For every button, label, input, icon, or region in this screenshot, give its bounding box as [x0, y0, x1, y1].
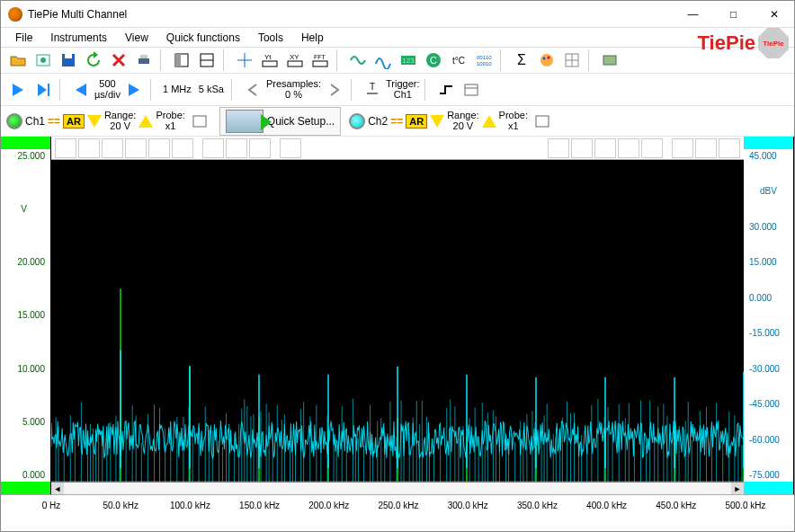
- delete-icon[interactable]: [107, 49, 130, 71]
- left-arrow-button[interactable]: [241, 79, 264, 101]
- zoom-out-icon[interactable]: -: [226, 138, 247, 158]
- play-once-button[interactable]: [31, 79, 55, 101]
- right-arrow-button[interactable]: [323, 79, 346, 101]
- table-icon[interactable]: [102, 138, 123, 158]
- maximize-button[interactable]: □: [713, 1, 754, 28]
- layout1-icon[interactable]: [170, 49, 193, 71]
- zoom-in-icon[interactable]: +: [202, 138, 224, 158]
- print-icon[interactable]: [132, 49, 156, 71]
- ch1-probe-display[interactable]: Probe: x1: [156, 111, 184, 131]
- trigger-time-button[interactable]: T: [361, 79, 384, 101]
- ch1-range-down[interactable]: [87, 115, 102, 128]
- menu-instruments[interactable]: Instruments: [41, 30, 116, 46]
- timebase-display[interactable]: 500 µs/div: [94, 79, 121, 100]
- time-cursor-icon[interactable]: Yt: [258, 49, 281, 71]
- x-tick: 450.0 kHz: [656, 501, 696, 510]
- temp-icon[interactable]: t°C: [447, 49, 470, 71]
- ch1-autorange[interactable]: AR: [63, 114, 85, 129]
- menu-file[interactable]: File: [6, 30, 41, 46]
- wave2-icon[interactable]: [641, 138, 663, 158]
- ch2-settings-button[interactable]: [531, 111, 554, 132]
- ch2-indicator[interactable]: [349, 113, 365, 129]
- ch2-range-up[interactable]: [482, 115, 496, 128]
- menu-help[interactable]: Help: [292, 30, 333, 46]
- minimize-button[interactable]: —: [673, 1, 713, 28]
- sample-rate-label[interactable]: 1 MHz: [160, 84, 194, 94]
- presamples-display[interactable]: Presamples: 0 %: [266, 79, 321, 100]
- ch1-indicator[interactable]: [6, 113, 22, 129]
- trigger-settings-button[interactable]: [460, 79, 483, 101]
- cursor-icon[interactable]: [233, 49, 256, 71]
- ch2-probe-display[interactable]: Probe: x1: [499, 111, 528, 131]
- plot-svg: [51, 160, 744, 482]
- zoom-11-icon[interactable]: 1:1: [249, 138, 271, 158]
- digit-1[interactable]: 1: [719, 138, 740, 158]
- color-c-icon[interactable]: C: [422, 49, 445, 71]
- wave-icon[interactable]: [618, 138, 639, 158]
- open-icon[interactable]: [6, 49, 30, 71]
- ch1-range-display[interactable]: Range: 20 V: [104, 111, 136, 131]
- save-icon[interactable]: [57, 49, 80, 71]
- markerB-icon[interactable]: [571, 138, 593, 158]
- samples-label[interactable]: 5 kSa: [196, 84, 227, 94]
- y-axis-left[interactable]: 25.000V20.00015.00010.0005.0000.000: [1, 137, 51, 494]
- close-x-icon[interactable]: [695, 138, 717, 158]
- grid-dense-icon[interactable]: [55, 138, 76, 158]
- line-up-icon[interactable]: [125, 138, 147, 158]
- ch1-range-up[interactable]: [138, 115, 153, 128]
- palette-icon[interactable]: [535, 49, 558, 71]
- trigger-display[interactable]: Trigger: Ch1: [386, 79, 420, 100]
- ch1-coupling-icon[interactable]: ==: [48, 115, 60, 128]
- ch2-label[interactable]: Ch2: [368, 115, 388, 128]
- y-right-tick: -75.000: [746, 470, 791, 480]
- source-icon[interactable]: [598, 49, 621, 71]
- counter-icon[interactable]: 123: [397, 49, 420, 71]
- grid-icon[interactable]: [560, 49, 584, 71]
- timebase-slower-button[interactable]: [69, 79, 93, 101]
- ch2-coupling-icon[interactable]: ==: [390, 115, 403, 128]
- trigger-source: Ch1: [394, 90, 412, 101]
- y-right-tick: -30.000: [746, 364, 791, 374]
- ch1-label[interactable]: Ch1: [25, 115, 45, 128]
- menu-view[interactable]: View: [116, 30, 157, 46]
- plot-canvas[interactable]: +-1:1Ch1Ch21 ◄ ►: [51, 137, 744, 494]
- svg-text:00110: 00110: [477, 55, 492, 60]
- trigger-edge-button[interactable]: [434, 79, 458, 101]
- app-icon: [8, 7, 22, 22]
- menu-tools[interactable]: Tools: [249, 30, 292, 46]
- scroll-left-button[interactable]: ◄: [51, 483, 64, 495]
- ch1-settings-button[interactable]: [188, 111, 211, 132]
- ch2-range-display[interactable]: Range: 20 V: [447, 111, 478, 131]
- bars-icon[interactable]: [172, 138, 193, 158]
- play-button[interactable]: [6, 79, 30, 101]
- overlay-icon[interactable]: Ch1Ch2: [594, 138, 616, 158]
- eye-icon[interactable]: [280, 138, 301, 158]
- refresh-icon[interactable]: [82, 49, 105, 71]
- scroll-track[interactable]: [64, 483, 731, 495]
- close-button[interactable]: ✕: [754, 1, 794, 28]
- binary-icon[interactable]: 0011010010: [472, 49, 496, 71]
- y-axis-right[interactable]: 45.000dBV30.00015.0000.000-15.000-30.000…: [744, 137, 794, 494]
- y-left-tick: 0.000: [3, 470, 49, 480]
- scroll-right-button[interactable]: ►: [731, 483, 744, 495]
- svg-rect-13: [263, 61, 277, 66]
- markerA-icon[interactable]: [548, 138, 569, 158]
- sliders-icon[interactable]: [78, 138, 100, 158]
- horizontal-scrollbar[interactable]: ◄ ►: [51, 482, 744, 494]
- wave1-icon[interactable]: [346, 49, 370, 71]
- pencil-icon[interactable]: [672, 138, 693, 158]
- toolbar-channels: Ch1 == AR Range: 20 V Probe: x1 Quick Se…: [1, 106, 794, 137]
- line-down-icon[interactable]: [148, 138, 170, 158]
- wave2-icon[interactable]: [371, 49, 395, 71]
- quick-setup-button[interactable]: Quick Setup...: [219, 107, 341, 136]
- menu-quick-functions[interactable]: Quick functions: [157, 30, 249, 46]
- timebase-faster-button[interactable]: [122, 79, 146, 101]
- ch2-autorange[interactable]: AR: [406, 114, 427, 129]
- sigma-icon[interactable]: Σ: [510, 49, 533, 71]
- trigger-label: Trigger:: [386, 79, 420, 90]
- xy-icon[interactable]: XY: [283, 49, 307, 71]
- fft-icon[interactable]: FFT: [308, 49, 332, 71]
- layout2-icon[interactable]: [195, 49, 219, 71]
- screenshot-icon[interactable]: [31, 49, 55, 71]
- ch2-range-down[interactable]: [430, 115, 444, 128]
